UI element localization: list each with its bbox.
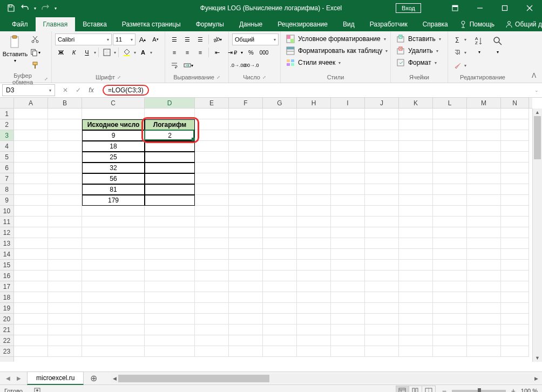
cell-C4[interactable]: 18 [82,141,145,152]
cell-K16[interactable] [399,271,433,281]
share-button[interactable]: Общий доступ [501,17,542,31]
cell-M18[interactable] [467,292,501,303]
cell-N8[interactable] [501,184,529,195]
cell-G6[interactable] [263,163,297,173]
column-header-H[interactable]: H [297,98,331,108]
cell-A9[interactable] [14,195,48,206]
cell-D13[interactable] [145,238,195,249]
cell-E15[interactable] [195,260,229,271]
row-header-13[interactable]: 13 [0,238,13,249]
cell-J22[interactable] [365,335,399,346]
cell-N14[interactable] [501,249,529,260]
macro-record-icon[interactable] [33,387,41,393]
cell-K13[interactable] [399,238,433,249]
cell-N5[interactable] [501,152,529,163]
cell-J14[interactable] [365,249,399,260]
cell-J5[interactable] [365,152,399,163]
bold-button[interactable]: Ж [55,46,67,58]
cell-J12[interactable] [365,227,399,238]
cell-M9[interactable] [467,195,501,206]
font-color-dropdown[interactable]: ▾ [150,50,152,55]
cell-H15[interactable] [297,260,331,271]
cell-F2[interactable] [229,119,263,130]
cell-A14[interactable] [14,249,48,260]
cell-N18[interactable] [501,292,529,303]
scroll-right-button[interactable]: ▶ [532,375,540,382]
row-header-10[interactable]: 10 [0,206,13,217]
cell-C5[interactable]: 25 [82,152,145,163]
cell-F20[interactable] [229,314,263,325]
cell-E14[interactable] [195,249,229,260]
cell-G22[interactable] [263,335,297,346]
cell-I5[interactable] [331,152,365,163]
cell-C15[interactable] [82,260,145,271]
cell-C12[interactable] [82,227,145,238]
cell-H7[interactable] [297,173,331,184]
cell-A11[interactable] [14,217,48,227]
cell-E16[interactable] [195,271,229,281]
cell-N19[interactable] [501,303,529,314]
tab-review[interactable]: Рецензирование [270,17,335,31]
expand-formula-bar[interactable]: ⌄ [531,87,542,93]
cell-A6[interactable] [14,163,48,173]
font-size-combo[interactable]: 11▾ [113,33,136,45]
cell-H13[interactable] [297,238,331,249]
cell-J20[interactable] [365,314,399,325]
tab-data[interactable]: Данные [232,17,270,31]
cell-I3[interactable] [331,130,365,141]
cell-G7[interactable] [263,173,297,184]
cell-N9[interactable] [501,195,529,206]
cell-E21[interactable] [195,325,229,335]
cell-G3[interactable] [263,130,297,141]
cell-G10[interactable] [263,206,297,217]
cell-F17[interactable] [229,281,263,292]
vertical-scrollbar[interactable]: ▲ ▼ [532,109,542,362]
cell-M8[interactable] [467,184,501,195]
cell-C11[interactable] [82,217,145,227]
cell-L2[interactable] [433,119,467,130]
cell-K23[interactable] [399,346,433,357]
fill-button[interactable] [451,46,463,58]
cell-M23[interactable] [467,346,501,357]
cell-B11[interactable] [48,217,82,227]
cell-J1[interactable] [365,109,399,119]
cell-H5[interactable] [297,152,331,163]
insert-function-button[interactable]: fx [85,84,97,96]
cell-C3[interactable]: 9 [82,130,145,141]
cell-B21[interactable] [48,325,82,335]
cell-D14[interactable] [145,249,195,260]
cell-A4[interactable] [14,141,48,152]
delete-cells-button[interactable]: ×Удалить▾ [394,45,443,56]
zoom-in-button[interactable]: + [509,387,518,393]
cell-K20[interactable] [399,314,433,325]
cut-button[interactable] [29,33,41,45]
cell-F11[interactable] [229,217,263,227]
cell-L4[interactable] [433,141,467,152]
number-format-combo[interactable]: Общий▾ [232,33,279,45]
cell-G15[interactable] [263,260,297,271]
cell-A19[interactable] [14,303,48,314]
cell-I19[interactable] [331,303,365,314]
cell-M22[interactable] [467,335,501,346]
horizontal-scrollbar[interactable]: ◀ ▶ [111,374,540,383]
cell-D16[interactable] [145,271,195,281]
cell-B5[interactable] [48,152,82,163]
cell-D21[interactable] [145,325,195,335]
cell-L17[interactable] [433,281,467,292]
conditional-formatting-button[interactable]: Условное форматирование▾ [284,33,390,44]
cell-L9[interactable] [433,195,467,206]
cell-E13[interactable] [195,238,229,249]
cell-L8[interactable] [433,184,467,195]
cell-L23[interactable] [433,346,467,357]
cell-E19[interactable] [195,303,229,314]
cells-area[interactable]: Исходное числоЛогарифм921825325681179 [14,109,532,362]
cell-K15[interactable] [399,260,433,271]
cell-F23[interactable] [229,346,263,357]
cell-F5[interactable] [229,152,263,163]
cell-K7[interactable] [399,173,433,184]
cell-I9[interactable] [331,195,365,206]
minimize-button[interactable] [468,0,492,16]
cell-L6[interactable] [433,163,467,173]
column-header-G[interactable]: G [263,98,297,108]
underline-button[interactable]: Ч [81,46,93,58]
